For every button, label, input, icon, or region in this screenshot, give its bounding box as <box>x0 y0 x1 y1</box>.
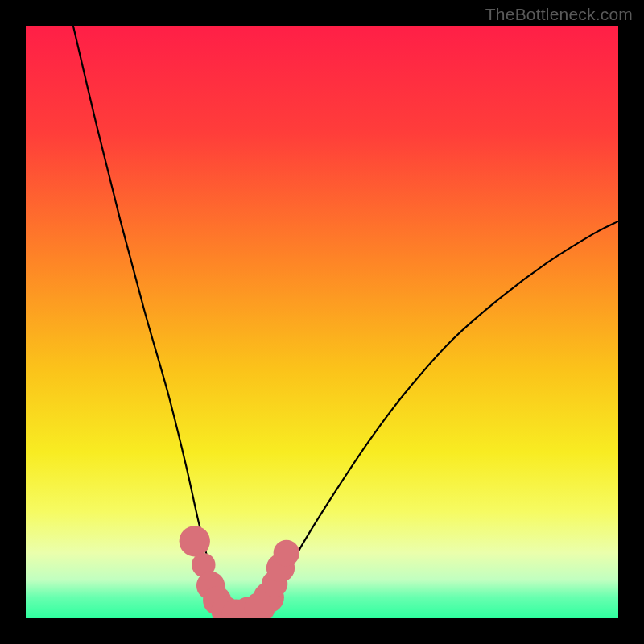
chart-background-gradient <box>26 26 618 618</box>
svg-rect-0 <box>26 26 618 618</box>
watermark-text: TheBottleneck.com <box>485 5 633 24</box>
chart-frame <box>26 26 618 618</box>
